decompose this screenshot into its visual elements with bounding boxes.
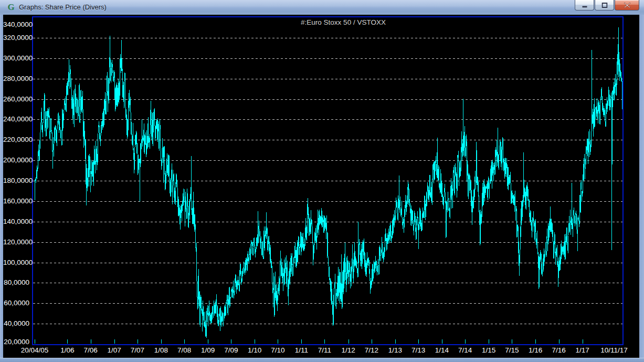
x-axis-label: 1/12	[341, 346, 355, 354]
x-axis-label: 1/15	[482, 346, 495, 354]
window-frame-bottom	[0, 358, 644, 362]
y-axis-label: 340,0000	[3, 20, 29, 28]
x-axis-label: 7/15	[505, 346, 519, 354]
minimize-icon	[582, 3, 587, 7]
x-axis-label: 1/10	[248, 346, 261, 354]
y-axis-label: 40,0000	[3, 319, 29, 327]
gridlines	[33, 38, 622, 324]
y-axis-label: 280,0000	[3, 75, 29, 82]
x-axis-label: 7/14	[458, 346, 472, 354]
x-tick-marks	[35, 339, 623, 344]
y-axis-label: 160,0000	[3, 197, 29, 205]
y-axis-label: 240,0000	[3, 115, 29, 123]
window-titlebar[interactable]: G Graphs: Share Price (Divers)	[0, 0, 644, 15]
y-axis-label: 220,0000	[3, 136, 29, 143]
y-axis-label: 300,0000	[3, 54, 29, 62]
x-axis-label: 1/14	[435, 346, 449, 354]
window-controls	[574, 0, 639, 11]
x-axis-label: 1/09	[201, 346, 215, 354]
maximize-icon	[601, 3, 607, 8]
close-button[interactable]	[615, 0, 639, 11]
y-axis-label: 100,0000	[3, 258, 29, 266]
y-axis-label: 200,0000	[3, 156, 29, 164]
x-axis-label: 1/13	[388, 346, 402, 354]
x-axis-label: 1/07	[108, 346, 121, 354]
y-axis-label: 20,0000	[3, 338, 29, 346]
y-axis-label: 60,0000	[3, 299, 29, 307]
y-axis-label: 180,0000	[3, 177, 29, 184]
window-frame-right	[639, 15, 644, 362]
x-axis-label: 7/11	[318, 346, 331, 354]
x-axis-label: 1/16	[529, 346, 542, 354]
y-axis-label: 260,0000	[3, 95, 29, 103]
x-axis-label: 7/06	[84, 346, 98, 354]
window-frame-left	[0, 15, 3, 362]
x-axis-label: 7/12	[365, 346, 378, 354]
x-axis-label: 7/09	[224, 346, 238, 354]
close-icon	[624, 3, 630, 8]
x-axis-label: 7/08	[177, 346, 191, 354]
y-axis-label: 120,0000	[3, 238, 29, 246]
x-axis-label: 1/11	[295, 346, 308, 354]
chart-svg	[33, 17, 622, 344]
plot-canvas[interactable]	[32, 16, 624, 345]
price-series-line	[35, 27, 622, 338]
y-axis-label: 140,0000	[3, 218, 29, 225]
x-axis-label: 1/17	[575, 346, 589, 354]
x-axis-label: 7/10	[271, 346, 284, 354]
x-axis-label: 7/07	[131, 346, 144, 354]
x-axis-label: 1/06	[60, 346, 74, 354]
window-title: Graphs: Share Price (Divers)	[19, 3, 107, 11]
chart-client-area: #:Euro Stoxx 50 / VSTOXX 340,0000320,000…	[3, 15, 639, 358]
x-axis-label: 1/08	[154, 346, 168, 354]
y-axis-label: 80,0000	[3, 278, 29, 286]
x-axis-label: 7/13	[411, 346, 425, 354]
x-axis-label: 10/11/17	[600, 346, 628, 354]
app-icon: G	[6, 3, 16, 12]
x-axis-label: 7/16	[552, 346, 566, 354]
x-axis-label: 20/04/05	[21, 346, 49, 354]
app-window: G Graphs: Share Price (Divers) #:Euro St…	[0, 0, 644, 362]
minimize-button[interactable]	[575, 0, 594, 11]
y-axis-label: 320,0000	[3, 34, 29, 42]
maximize-button[interactable]	[595, 0, 614, 11]
